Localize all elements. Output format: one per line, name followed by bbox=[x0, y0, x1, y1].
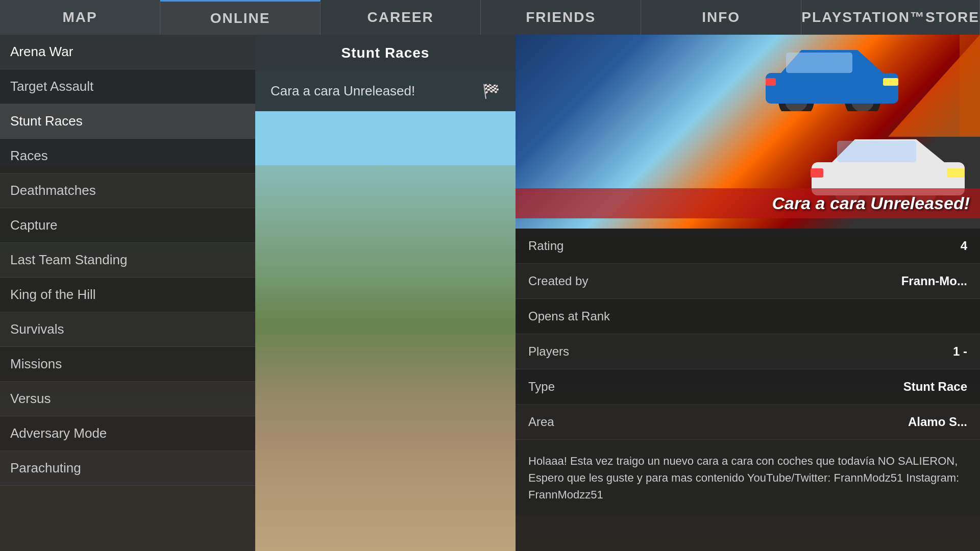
tab-career[interactable]: CAREER bbox=[321, 0, 481, 35]
car-blue-icon bbox=[761, 45, 903, 111]
right-panel: Cara a cara Unreleased! Rating 4 Created… bbox=[516, 35, 980, 551]
sidebar-item-versus[interactable]: Versus bbox=[0, 382, 255, 416]
sidebar-item-deathmatches[interactable]: Deathmatches bbox=[0, 173, 255, 208]
preview-title: Cara a cara Unreleased! bbox=[516, 188, 980, 218]
list-item-cara-a-cara[interactable]: Cara a cara Unreleased! 🏁 bbox=[255, 71, 516, 111]
info-row-area: Area Alamo S... bbox=[516, 405, 980, 440]
tab-info[interactable]: INFO bbox=[641, 0, 801, 35]
sidebar-item-parachuting[interactable]: Parachuting bbox=[0, 451, 255, 486]
preview-image: Cara a cara Unreleased! bbox=[516, 35, 980, 229]
type-label: Type bbox=[528, 380, 555, 394]
left-sidebar: Arena War Target Assault Stunt Races Rac… bbox=[0, 35, 255, 551]
info-panel: Rating 4 Created by Frann-Mo... Opens at… bbox=[516, 229, 980, 551]
created-by-label: Created by bbox=[528, 274, 588, 288]
info-row-opens-at-rank: Opens at Rank bbox=[516, 299, 980, 334]
tab-friends[interactable]: FRIENDS bbox=[481, 0, 641, 35]
svg-rect-6 bbox=[786, 53, 852, 73]
sidebar-item-king-of-the-hill[interactable]: King of the Hill bbox=[0, 278, 255, 312]
item-name-cara-a-cara: Cara a cara Unreleased! bbox=[271, 83, 415, 99]
tab-store[interactable]: PlayStation™Store bbox=[801, 0, 980, 35]
middle-content: Stunt Races Cara a cara Unreleased! 🏁 bbox=[255, 35, 516, 551]
middle-header: Stunt Races bbox=[255, 35, 516, 71]
checkered-flag-icon: 🏁 bbox=[482, 83, 500, 99]
sidebar-item-races[interactable]: Races bbox=[0, 139, 255, 173]
players-label: Players bbox=[528, 344, 569, 359]
top-navigation: MAP ONLINE CAREER FRIENDS INFO PlayStati… bbox=[0, 0, 980, 35]
info-row-created-by: Created by Frann-Mo... bbox=[516, 264, 980, 299]
sidebar-item-target-assault[interactable]: Target Assault bbox=[0, 69, 255, 104]
tab-map[interactable]: MAP bbox=[0, 0, 160, 35]
type-value: Stunt Race bbox=[903, 380, 967, 394]
description-panel: Holaaa! Esta vez traigo un nuevo cara a … bbox=[516, 440, 980, 516]
area-label: Area bbox=[528, 415, 554, 429]
content-area: Arena War Target Assault Stunt Races Rac… bbox=[0, 35, 980, 551]
ramp-icon bbox=[888, 35, 980, 137]
tab-online[interactable]: ONLINE bbox=[160, 0, 321, 35]
info-row-players: Players 1 - bbox=[516, 334, 980, 369]
sidebar-item-survivals[interactable]: Survivals bbox=[0, 312, 255, 347]
rating-value: 4 bbox=[961, 239, 967, 253]
svg-rect-15 bbox=[837, 141, 916, 162]
players-value: 1 - bbox=[953, 344, 967, 359]
sidebar-item-stunt-races[interactable]: Stunt Races bbox=[0, 104, 255, 139]
svg-rect-4 bbox=[766, 73, 898, 104]
svg-rect-19 bbox=[960, 35, 980, 137]
info-row-rating: Rating 4 bbox=[516, 229, 980, 264]
rating-label: Rating bbox=[528, 239, 564, 253]
area-value: Alamo S... bbox=[908, 415, 967, 429]
sidebar-item-adversary-mode[interactable]: Adversary Mode bbox=[0, 416, 255, 451]
created-by-value: Frann-Mo... bbox=[901, 274, 967, 288]
svg-rect-17 bbox=[811, 168, 823, 178]
sidebar-item-arena-war[interactable]: Arena War bbox=[0, 35, 255, 69]
ui-overlay: MAP ONLINE CAREER FRIENDS INFO PlayStati… bbox=[0, 0, 980, 551]
sidebar-item-last-team-standing[interactable]: Last Team Standing bbox=[0, 243, 255, 278]
info-row-type: Type Stunt Race bbox=[516, 369, 980, 405]
sidebar-item-missions[interactable]: Missions bbox=[0, 347, 255, 382]
svg-rect-8 bbox=[766, 78, 776, 86]
sidebar-item-capture[interactable]: Capture bbox=[0, 208, 255, 243]
svg-rect-16 bbox=[947, 168, 965, 178]
opens-at-rank-label: Opens at Rank bbox=[528, 309, 610, 323]
